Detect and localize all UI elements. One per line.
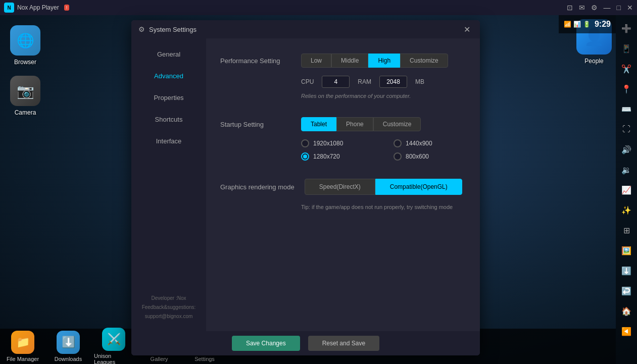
- nav-advanced[interactable]: Advanced: [131, 65, 206, 87]
- graphics-tip: Tip: if the game/app does not run proper…: [301, 203, 466, 212]
- startup-section: Startup Setting Tablet Phone Customize 1…: [220, 117, 466, 161]
- performance-label: Performance Setting: [220, 57, 291, 65]
- startup-btn-group: Tablet Phone Customize: [301, 117, 421, 131]
- system-settings-dialog: ⚙ System Settings ✕ General Advanced Pro…: [131, 20, 480, 355]
- nav-general[interactable]: General: [131, 43, 206, 65]
- dialog-overlay: ⚙ System Settings ✕ General Advanced Pro…: [0, 0, 637, 364]
- save-changes-button[interactable]: Save Changes: [232, 336, 300, 351]
- performance-section: Performance Setting Low Middle High Cust…: [220, 54, 466, 99]
- compatible-opengl-button[interactable]: Compatible(OpenGL): [375, 179, 462, 195]
- speed-directx-button[interactable]: Speed(DirectX): [305, 179, 375, 195]
- resolution-1440[interactable]: 1440x900: [394, 139, 466, 147]
- dialog-title: System Settings: [149, 26, 457, 33]
- radio-1280[interactable]: [301, 152, 309, 161]
- resolution-1920-label: 1920x1080: [313, 140, 343, 147]
- dialog-close-button[interactable]: ✕: [461, 23, 473, 35]
- rendering-btn-group: Speed(DirectX) Compatible(OpenGL): [305, 179, 462, 195]
- perf-middle-button[interactable]: Middle: [331, 54, 368, 68]
- startup-label: Startup Setting: [220, 121, 291, 128]
- resolution-1440-label: 1440x900: [406, 140, 432, 147]
- resolution-800-label: 800x600: [406, 153, 429, 160]
- dialog-footer: Save Changes Reset and Save: [131, 331, 480, 355]
- resolution-1280[interactable]: 1280x720: [301, 152, 373, 161]
- resolution-800[interactable]: 800x600: [394, 152, 466, 161]
- cpu-ram-row: CPU RAM MB: [301, 76, 466, 88]
- radio-1920[interactable]: [301, 139, 309, 147]
- developer-line2: Feedback&suggestions:: [135, 303, 202, 312]
- resolution-1920[interactable]: 1920x1080: [301, 139, 373, 147]
- graphics-row: Graphics rendering mode Speed(DirectX) C…: [220, 179, 466, 195]
- perf-low-button[interactable]: Low: [301, 54, 331, 68]
- dialog-header: ⚙ System Settings ✕: [131, 20, 480, 38]
- dialog-body: General Advanced Properties Shortcuts In…: [131, 38, 480, 331]
- startup-customize-button[interactable]: Customize: [373, 117, 421, 131]
- graphics-section: Graphics rendering mode Speed(DirectX) C…: [220, 179, 466, 212]
- radio-800[interactable]: [394, 152, 402, 161]
- startup-tablet-button[interactable]: Tablet: [301, 117, 336, 131]
- performance-btn-group: Low Middle High Customize: [301, 54, 448, 68]
- reset-save-button[interactable]: Reset and Save: [308, 336, 379, 351]
- mb-label: MB: [415, 78, 424, 85]
- perf-customize-button[interactable]: Customize: [400, 54, 448, 68]
- nav-shortcuts[interactable]: Shortcuts: [131, 109, 206, 130]
- resolution-grid: 1920x1080 1440x900 1280x720 800x600: [301, 139, 466, 161]
- startup-row: Startup Setting Tablet Phone Customize: [220, 117, 466, 131]
- settings-gear-icon: ⚙: [138, 25, 145, 33]
- performance-hint: Relies on the performance of your comput…: [301, 93, 466, 99]
- nav-interface[interactable]: Interface: [131, 130, 206, 152]
- settings-nav: General Advanced Properties Shortcuts In…: [131, 38, 206, 331]
- ram-input[interactable]: [379, 76, 407, 88]
- developer-email: support@bignox.com: [135, 312, 202, 321]
- cpu-input[interactable]: [322, 76, 350, 88]
- developer-line1: Developer :Nox: [135, 294, 202, 303]
- graphics-label: Graphics rendering mode: [220, 183, 295, 191]
- performance-row: Performance Setting Low Middle High Cust…: [220, 54, 466, 68]
- dialog-content: Performance Setting Low Middle High Cust…: [206, 38, 480, 331]
- perf-high-button[interactable]: High: [368, 54, 400, 68]
- resolution-1280-label: 1280x720: [313, 153, 340, 160]
- ram-label: RAM: [358, 78, 371, 85]
- radio-1440[interactable]: [394, 139, 402, 147]
- startup-phone-button[interactable]: Phone: [336, 117, 373, 131]
- nav-properties[interactable]: Properties: [131, 87, 206, 109]
- cpu-label: CPU: [301, 78, 314, 85]
